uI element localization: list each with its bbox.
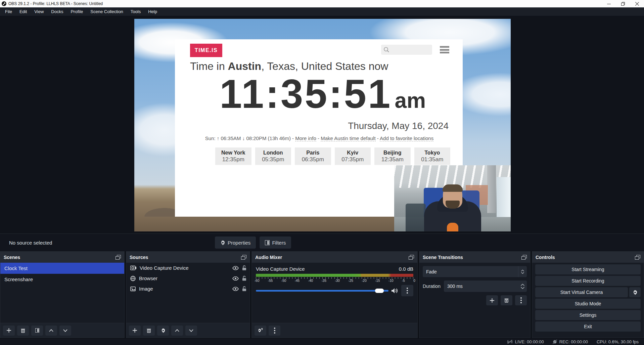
popout-icon[interactable]: [635, 255, 640, 260]
settings-button[interactable]: Settings: [535, 310, 641, 320]
transition-select-arrows[interactable]: [518, 266, 527, 277]
unlock-icon[interactable]: [242, 286, 246, 291]
properties-button[interactable]: Properties: [215, 236, 256, 249]
popout-icon[interactable]: [116, 255, 121, 260]
transition-options-button[interactable]: [515, 295, 527, 305]
remove-scene-button[interactable]: [17, 326, 29, 336]
plus-icon: [7, 328, 11, 333]
search-icon: [383, 47, 389, 53]
city-box-london[interactable]: London05:35pm: [255, 147, 291, 165]
volume-meter: [256, 274, 413, 277]
more-info-link[interactable]: More info: [295, 135, 316, 141]
advanced-audio-button[interactable]: [255, 326, 266, 336]
scene-transitions-panel: Scene Transitions Fade Duration 300 ms: [419, 251, 531, 338]
city-box-beijing[interactable]: Beijing12:35am: [374, 147, 411, 165]
eye-icon[interactable]: [232, 276, 239, 281]
timeis-logo[interactable]: TIME.IS: [190, 44, 222, 57]
source-properties-button[interactable]: [157, 326, 169, 336]
eye-icon[interactable]: [232, 266, 239, 270]
remove-source-button[interactable]: [143, 326, 155, 336]
add-source-button[interactable]: [129, 326, 141, 336]
person-beard: [446, 201, 460, 209]
unlock-icon[interactable]: [242, 265, 246, 270]
controls-panel: Controls Start Streaming Start Recording…: [532, 251, 644, 338]
add-transition-button[interactable]: [486, 295, 498, 305]
webcam-overlay[interactable]: [394, 165, 511, 231]
hamburger-menu-icon[interactable]: [440, 46, 449, 53]
source-status-text: No source selected: [9, 240, 211, 246]
scene-up-button[interactable]: [45, 326, 57, 336]
add-favorite-link[interactable]: Add to favorite locations: [380, 135, 433, 141]
popout-icon[interactable]: [241, 255, 246, 260]
timeis-heading: Time in Austin, Texas, United States now: [190, 60, 449, 73]
timeis-meridiem: am: [395, 88, 426, 113]
chevron-down-icon: [63, 329, 67, 332]
duration-label: Duration: [423, 284, 441, 289]
ellipsis-icon: [274, 328, 275, 334]
add-scene-button[interactable]: [3, 326, 15, 336]
source-down-button[interactable]: [185, 326, 197, 336]
audio-mixer-title: Audio Mixer: [255, 255, 282, 260]
transition-select[interactable]: Fade: [423, 266, 527, 277]
volume-slider[interactable]: [256, 290, 388, 292]
menu-file[interactable]: File: [1, 7, 16, 16]
source-item-video-capture[interactable]: Video Capture Device: [126, 263, 250, 273]
scene-filters-button[interactable]: [31, 326, 43, 336]
start-virtual-camera-button[interactable]: Start Virtual Camera: [535, 287, 628, 297]
eye-icon[interactable]: [232, 287, 239, 291]
source-up-button[interactable]: [171, 326, 183, 336]
city-box-kyiv[interactable]: Kyiv07:35pm: [335, 147, 371, 165]
source-item-image[interactable]: Image: [126, 284, 250, 294]
city-box-tokyo[interactable]: Tokyo01:35am: [414, 147, 451, 165]
timeis-search-input[interactable]: [381, 45, 432, 55]
office-window: [497, 177, 511, 223]
popout-icon[interactable]: [521, 255, 527, 260]
menu-scene-collection[interactable]: Scene Collection: [87, 7, 127, 16]
transitions-header[interactable]: Scene Transitions: [419, 252, 530, 263]
exit-button[interactable]: Exit: [535, 321, 641, 332]
gear-icon: [161, 328, 166, 333]
restore-button[interactable]: [616, 0, 630, 7]
spin-up-icon[interactable]: [521, 284, 524, 286]
city-box-paris[interactable]: Paris06:35pm: [295, 147, 331, 165]
menu-profile[interactable]: Profile: [67, 7, 87, 16]
close-button[interactable]: [630, 0, 644, 7]
controls-header[interactable]: Controls: [532, 252, 644, 263]
menu-view[interactable]: View: [31, 7, 47, 16]
timeis-clock: 11:35:51 am: [195, 72, 450, 116]
mixer-options-button[interactable]: [401, 285, 413, 296]
start-recording-button[interactable]: Start Recording: [535, 276, 641, 286]
audio-mixer-header[interactable]: Audio Mixer: [252, 252, 417, 263]
preview-area[interactable]: TIME.IS Time in Austin, Texas, United St…: [0, 16, 644, 233]
menu-help[interactable]: Help: [144, 7, 161, 16]
menu-docks[interactable]: Docks: [47, 7, 67, 16]
scene-item-clock-test[interactable]: Clock Test: [0, 263, 124, 274]
remove-transition-button[interactable]: [501, 295, 512, 305]
menu-tools[interactable]: Tools: [127, 7, 144, 16]
filters-button[interactable]: Filters: [260, 236, 291, 249]
scene-down-button[interactable]: [59, 326, 71, 336]
scenes-panel-header[interactable]: Scenes: [0, 252, 124, 263]
program-canvas[interactable]: TIME.IS Time in Austin, Texas, United St…: [134, 19, 511, 231]
duration-spinbox[interactable]: 300 ms: [444, 281, 527, 292]
filters-icon: [35, 328, 39, 333]
audio-mixer-panel: Audio Mixer Video Capture Device 0.0 dB …: [251, 251, 418, 338]
source-item-browser[interactable]: Browser: [126, 273, 250, 284]
menu-edit[interactable]: Edit: [16, 7, 31, 16]
start-streaming-button[interactable]: Start Streaming: [535, 264, 641, 274]
studio-mode-button[interactable]: Studio Mode: [535, 299, 641, 309]
volume-slider-handle[interactable]: [375, 289, 384, 293]
speaker-icon[interactable]: [392, 288, 398, 294]
unlock-icon[interactable]: [242, 276, 246, 281]
mixer-menu-button[interactable]: [269, 326, 280, 336]
sources-panel-header[interactable]: Sources: [126, 252, 250, 263]
minimize-button[interactable]: [602, 0, 616, 7]
virtual-camera-config-button[interactable]: [629, 287, 641, 297]
spin-down-icon[interactable]: [521, 287, 524, 289]
title-bar[interactable]: OBS 29.1.2 - Profile: LLHLS BETA - Scene…: [0, 0, 644, 7]
city-box-newyork[interactable]: New York12:35pm: [215, 147, 251, 165]
scenes-title: Scenes: [4, 255, 20, 260]
scene-item-screenshare[interactable]: Screenshare: [0, 274, 124, 285]
make-default-link[interactable]: Make Austin time default: [321, 135, 375, 141]
popout-icon[interactable]: [409, 255, 414, 260]
